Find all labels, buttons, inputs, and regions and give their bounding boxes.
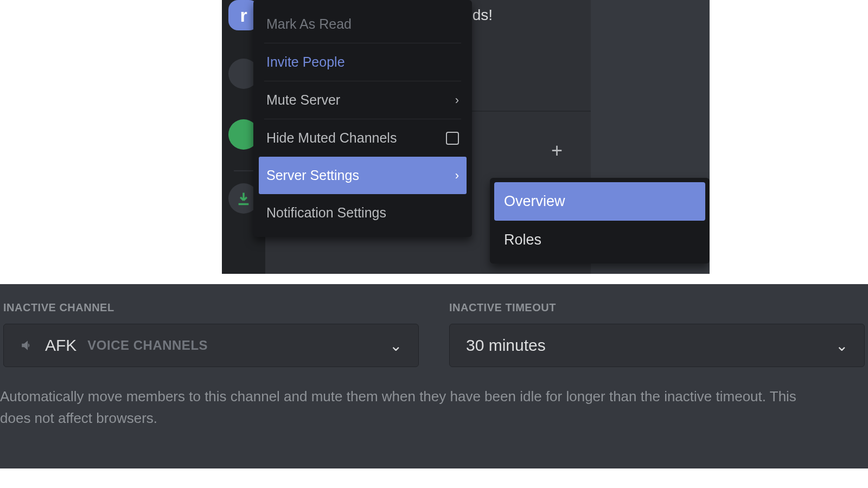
discord-context-screenshot: r riends! e + Mark As Read Invite People… (222, 0, 710, 274)
submenu-roles[interactable]: Roles (494, 221, 705, 259)
menu-invite-people[interactable]: Invite People (259, 43, 467, 81)
submenu-overview[interactable]: Overview (494, 182, 705, 221)
inactive-timeout-label: INACTIVE TIMEOUT (449, 301, 865, 314)
inactive-settings-panel: INACTIVE CHANNEL AFK VOICE CHANNELS ⌄ IN… (0, 284, 868, 468)
menu-label: Mute Server (266, 92, 340, 108)
server-context-menu: Mark As Read Invite People Mute Server› … (253, 0, 472, 237)
rail-divider (234, 170, 253, 171)
download-icon (236, 191, 251, 206)
inactive-description: Automatically move members to this chann… (0, 386, 868, 429)
chevron-down-icon: ⌄ (835, 337, 848, 355)
chevron-down-icon: ⌄ (390, 337, 402, 355)
checkbox-unchecked-icon[interactable] (446, 132, 459, 145)
selected-channel-group: VOICE CHANNELS (87, 338, 208, 353)
menu-hide-muted[interactable]: Hide Muted Channels (259, 119, 467, 157)
chevron-right-icon: › (455, 169, 459, 183)
inactive-channel-select[interactable]: AFK VOICE CHANNELS ⌄ (3, 324, 419, 367)
menu-label: Notification Settings (266, 205, 386, 221)
menu-notification-settings[interactable]: Notification Settings (259, 194, 467, 232)
menu-label: Hide Muted Channels (266, 130, 397, 146)
menu-label: Mark As Read (266, 16, 352, 32)
create-channel-icon[interactable]: + (551, 139, 563, 162)
selected-channel-name: AFK (45, 336, 76, 355)
menu-mute-server[interactable]: Mute Server› (259, 81, 467, 119)
selected-timeout-value: 30 minutes (466, 336, 546, 355)
chevron-right-icon: › (455, 93, 459, 107)
speaker-icon (20, 338, 34, 352)
menu-server-settings[interactable]: Server Settings› (259, 157, 467, 194)
inactive-timeout-select[interactable]: 30 minutes ⌄ (449, 324, 865, 367)
menu-label: Server Settings (266, 168, 359, 183)
inactive-channel-label: INACTIVE CHANNEL (3, 301, 419, 314)
menu-label: Invite People (266, 54, 345, 70)
server-settings-submenu: Overview Roles (490, 178, 710, 264)
menu-mark-as-read[interactable]: Mark As Read (259, 5, 467, 43)
